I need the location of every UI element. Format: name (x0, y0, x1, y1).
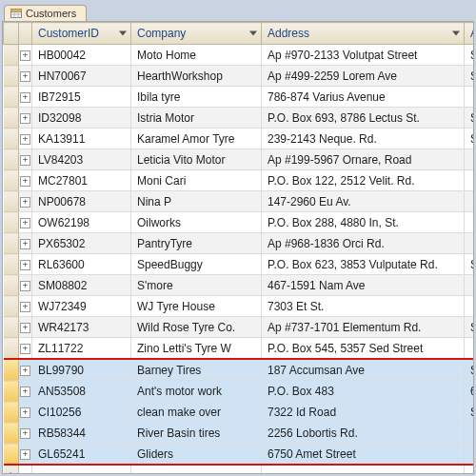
row-selector[interactable] (4, 338, 19, 360)
cell-extra[interactable] (465, 338, 475, 360)
cell-id[interactable]: ID32098 (32, 108, 131, 129)
cell-company[interactable]: PantryTyre (131, 233, 262, 254)
empty-cell[interactable] (262, 465, 465, 474)
cell-id[interactable]: BL99790 (32, 359, 131, 381)
table-row[interactable]: +IB72915Ibila tyre786-874 Varius Avenue (4, 87, 475, 108)
expand-cell[interactable]: + (19, 296, 32, 317)
plus-icon[interactable]: + (20, 260, 30, 270)
cell-id[interactable]: HB00042 (32, 45, 131, 66)
cell-id[interactable]: AN53508 (32, 381, 131, 402)
cell-id[interactable]: CI10256 (32, 402, 131, 423)
cell-id[interactable]: ZL11722 (32, 338, 131, 360)
cell-address[interactable]: 786-874 Varius Avenue (262, 87, 465, 108)
row-selector[interactable] (4, 87, 19, 108)
plus-icon[interactable]: + (20, 50, 30, 61)
plus-icon[interactable]: + (20, 134, 30, 145)
cell-company[interactable]: Leticia Vito Motor (131, 149, 262, 170)
expand-cell[interactable]: + (19, 402, 32, 423)
row-selector[interactable] (4, 444, 19, 466)
table-row[interactable]: +PX65302PantryTyreAp #968-1836 Orci Rd. (4, 233, 475, 254)
plus-icon[interactable]: + (20, 366, 30, 376)
row-selector[interactable] (4, 108, 19, 129)
plus-icon[interactable]: + (20, 281, 30, 291)
table-row[interactable]: +WJ72349WJ Tyre House7303 Et St. (4, 296, 475, 317)
cell-extra[interactable]: S (465, 108, 475, 129)
row-selector[interactable] (4, 317, 19, 338)
cell-company[interactable]: Barney Tires (131, 359, 262, 381)
cell-extra[interactable] (465, 212, 475, 233)
cell-extra[interactable] (465, 275, 475, 296)
table-row[interactable]: +ZL11722Zino Letti's Tyre WP.O. Box 545,… (4, 338, 475, 360)
row-selector[interactable] (4, 66, 19, 87)
empty-cell[interactable] (32, 465, 131, 474)
cell-extra[interactable]: S (465, 45, 475, 66)
cell-id[interactable]: OW62198 (32, 212, 131, 233)
cell-company[interactable]: Oilworks (131, 212, 262, 233)
cell-id[interactable]: NP00678 (32, 191, 131, 212)
cell-address[interactable]: 467-1591 Nam Ave (262, 275, 465, 296)
plus-icon[interactable]: + (20, 176, 30, 187)
row-selector[interactable] (4, 254, 19, 275)
table-row[interactable]: +GL65241Gliders6750 Amet Street (4, 444, 475, 466)
cell-company[interactable]: Moto Home (131, 45, 262, 66)
plus-icon[interactable]: + (20, 92, 30, 103)
cell-company[interactable]: Zino Letti's Tyre W (131, 338, 262, 360)
cell-company[interactable]: Ibila tyre (131, 87, 262, 108)
cell-address[interactable]: Ap #970-2133 Volutpat Street (262, 45, 465, 66)
row-selector[interactable] (4, 402, 19, 423)
expand-cell[interactable]: + (19, 338, 32, 360)
expand-cell[interactable]: + (19, 129, 32, 149)
cell-company[interactable]: SpeedBuggy (131, 254, 262, 275)
cell-address[interactable]: P.O. Box 545, 5357 Sed Street (262, 338, 465, 360)
cell-address[interactable]: P.O. Box 623, 3853 Vulputate Rd. (262, 254, 465, 275)
expand-cell[interactable]: + (19, 149, 32, 170)
new-record-row[interactable]: * (4, 465, 475, 474)
cell-id[interactable]: PX65302 (32, 233, 131, 254)
plus-icon[interactable]: + (20, 302, 30, 312)
empty-cell[interactable] (131, 465, 262, 474)
cell-company[interactable]: River Basin tires (131, 423, 262, 444)
expand-cell[interactable]: + (19, 191, 32, 212)
cell-address[interactable]: 7322 Id Road (262, 402, 465, 423)
cell-company[interactable]: clean make over (131, 402, 262, 423)
cell-address[interactable]: 7303 Et St. (262, 296, 465, 317)
column-header-address[interactable]: Address (262, 23, 465, 45)
select-all-header[interactable] (4, 23, 19, 45)
empty-cell[interactable] (465, 465, 475, 474)
cell-id[interactable]: WR42173 (32, 317, 131, 338)
cell-address[interactable]: P.O. Box 693, 8786 Lectus St. (262, 108, 465, 129)
datasheet-grid[interactable]: CustomerID Company Address A (2, 21, 474, 474)
row-selector[interactable] (4, 423, 19, 444)
cell-address[interactable]: Ap #968-1836 Orci Rd. (262, 233, 465, 254)
cell-company[interactable]: Gliders (131, 444, 262, 466)
table-row[interactable]: +HN70067HearthWorkshopAp #499-2259 Lorem… (4, 66, 475, 87)
cell-id[interactable]: LV84203 (32, 149, 131, 170)
tab-customers[interactable]: Customers (4, 5, 87, 21)
row-selector[interactable] (4, 233, 19, 254)
table-row[interactable]: +BL99790Barney Tires187 Accumsan AveS (4, 359, 475, 381)
row-selector[interactable] (4, 275, 19, 296)
plus-icon[interactable]: + (20, 323, 30, 333)
expand-cell[interactable]: + (19, 254, 32, 275)
cell-company[interactable]: Wild Rose Tyre Co. (131, 317, 262, 338)
cell-company[interactable]: Nina P (131, 191, 262, 212)
table-row[interactable]: +WR42173Wild Rose Tyre Co.Ap #737-1701 E… (4, 317, 475, 338)
cell-extra[interactable] (465, 444, 475, 466)
dropdown-icon[interactable] (119, 31, 127, 36)
table-row[interactable]: +MC27801Moni CariP.O. Box 122, 2512 Veli… (4, 170, 475, 191)
cell-address[interactable]: 2256 Lobortis Rd. (262, 423, 465, 444)
cell-extra[interactable]: S (465, 129, 475, 149)
row-selector[interactable] (4, 212, 19, 233)
cell-address[interactable]: Ap #737-1701 Elementum Rd. (262, 317, 465, 338)
cell-extra[interactable]: S (465, 254, 475, 275)
cell-id[interactable]: GL65241 (32, 444, 131, 466)
table-row[interactable]: +CI10256clean make over7322 Id RoadS (4, 402, 475, 423)
plus-icon[interactable]: + (20, 155, 30, 166)
expand-cell[interactable]: + (19, 423, 32, 444)
cell-extra[interactable] (465, 149, 475, 170)
plus-icon[interactable]: + (20, 387, 30, 397)
cell-company[interactable]: WJ Tyre House (131, 296, 262, 317)
cell-address[interactable]: P.O. Box 483 (262, 381, 465, 402)
expand-cell[interactable]: + (19, 45, 32, 66)
row-selector[interactable] (4, 170, 19, 191)
